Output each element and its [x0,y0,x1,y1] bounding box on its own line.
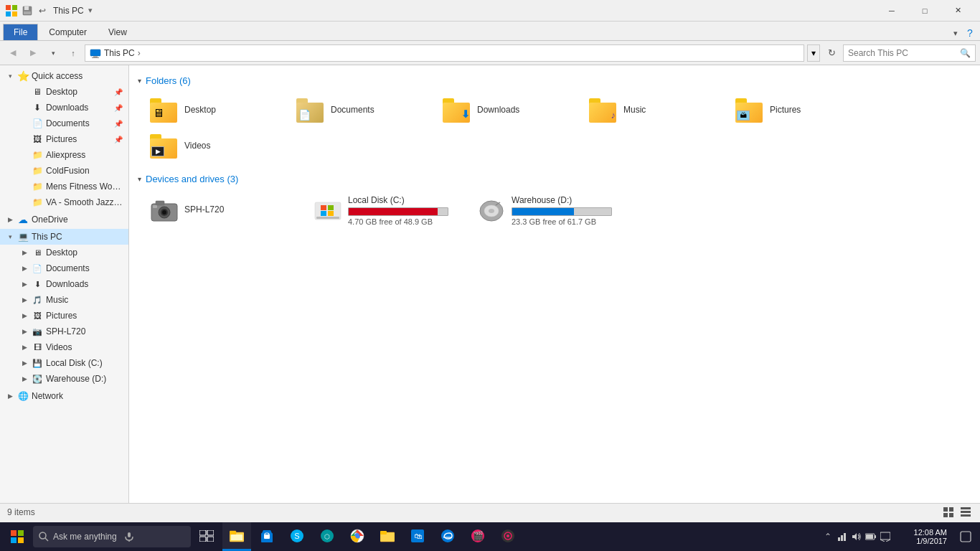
folders-section-header[interactable]: ▾ Folders (6) [138,75,971,86]
sidebar-pc-music[interactable]: ▶ 🎵 Music [0,292,128,308]
minimize-button[interactable]: ─ [875,0,908,22]
taskbar-store[interactable] [253,522,281,551]
window-icon [6,5,17,17]
sidebar-pc-local-disk[interactable]: ▶ 💾 Local Disk (C:) [0,355,128,371]
tab-view[interactable]: View [98,24,138,40]
sidebar-item-mens-fitness[interactable]: 📁 Mens Fitness Workout P... [0,179,128,194]
folder-pictures[interactable]: 🏔 Pictures [730,93,874,126]
taskbar-edge[interactable] [433,522,462,551]
expand-music[interactable]: ▶ [20,296,29,304]
expand-desktop[interactable]: ▶ [20,248,29,257]
warehouse-drive-free: 23.3 GB free of 61.7 GB [512,217,625,226]
expand-pictures[interactable]: ▶ [20,311,29,320]
folder-videos[interactable]: ▶ Videos [145,129,288,162]
sidebar-item-desktop[interactable]: 🖥 Desktop 📌 [0,84,128,100]
maximize-button[interactable]: □ [908,0,941,22]
local-disk-bar-fill [349,208,438,215]
sidebar-pc-desktop[interactable]: ▶ 🖥 Desktop [0,245,128,260]
drive-local-disk[interactable]: Local Disk (C:) 4.70 GB free of 48.9 GB [308,192,466,230]
sidebar-item-smooth-jazz[interactable]: 📁 VA - Smooth Jazz Chill L... [0,194,128,210]
sidebar-section-onedrive: ▶ ☁ OneDrive [0,212,128,227]
expand-warehouse[interactable]: ▶ [20,375,29,383]
search-input[interactable] [848,48,957,58]
drives-section-header[interactable]: ▾ Devices and drives (3) [138,174,971,184]
sidebar-pc-videos[interactable]: ▶ 🎞 Videos [0,339,128,355]
sidebar-pc-pictures[interactable]: ▶ 🖼 Pictures [0,308,128,324]
sidebar-network-header[interactable]: ▶ 🌐 Network [0,388,128,404]
svg-rect-70 [844,533,846,541]
tray-up-arrow[interactable]: ⌃ [822,531,834,542]
address-this-pc-label: This PC [104,48,135,58]
expand-local-disk[interactable]: ▶ [20,359,29,367]
taskbar-arduino[interactable]: ⬡ [313,522,341,551]
sidebar-pc-sph[interactable]: ▶ 📷 SPH-L720 [0,324,128,339]
refresh-button[interactable]: ↻ [823,44,840,62]
tray-volume-icon[interactable] [851,531,862,542]
folder-downloads[interactable]: ⬇ Downloads [438,93,581,126]
tray-action-center[interactable] [880,531,891,542]
folder-desktop[interactable]: 🖥 Desktop [145,93,288,126]
expand-docs[interactable]: ▶ [20,264,29,273]
taskbar-last-app[interactable] [494,522,522,551]
pc-sph-icon: 📷 [32,326,43,337]
taskbar-skype[interactable]: S [283,522,311,551]
help-button[interactable]: ? [963,26,977,40]
onedrive-icon: ☁ [17,214,29,225]
title-bar-dropdown[interactable]: ▾ [88,6,93,15]
drive-sph[interactable]: SPH-L720 [145,192,303,230]
nav-dropdown[interactable]: ▾ [44,44,62,62]
folder-icon-mf: 📁 [32,181,43,192]
drive-warehouse[interactable]: Warehouse (D:) 23.3 GB free of 61.7 GB [472,192,630,230]
folder-documents[interactable]: 📄 Documents [291,93,435,126]
main-layout: ▾ ⭐ Quick access 🖥 Desktop 📌 ⬇ Downloads… [0,65,980,503]
view-details-btn[interactable] [958,505,973,519]
undo-icon[interactable]: ↩ [37,5,49,17]
forward-button[interactable]: ▶ [24,44,42,62]
taskbar-movie[interactable]: 🎬 [463,522,492,551]
start-button[interactable] [3,522,32,551]
sidebar-pictures-label: Pictures [46,134,111,144]
folder-music[interactable]: ♪ Music [584,93,727,126]
up-button[interactable]: ↑ [65,44,82,62]
tab-file[interactable]: File [3,24,38,40]
search-box[interactable]: 🔍 [843,44,976,62]
sidebar-item-coldfusion[interactable]: 📁 ColdFusion [0,163,128,179]
back-button[interactable]: ◀ [4,44,22,62]
sidebar-onedrive-header[interactable]: ▶ ☁ OneDrive [0,212,128,227]
taskbar-clock[interactable]: 12:08 AM 1/9/2017 [895,528,953,545]
address-dropdown-btn[interactable]: ▾ [807,44,820,62]
expand-sph[interactable]: ▶ [20,327,29,336]
tray-network-icon[interactable] [837,531,848,542]
sidebar-item-pictures[interactable]: 🖼 Pictures 📌 [0,131,128,147]
tab-computer[interactable]: Computer [38,24,98,40]
expand-videos[interactable]: ▶ [20,343,29,352]
ribbon-expand-btn[interactable]: ▾ [948,26,963,40]
desktop-icon: 🖥 [32,86,43,98]
taskbar-task-view[interactable] [192,522,221,551]
sidebar-pc-downloads[interactable]: ▶ ⬇ Downloads [0,276,128,292]
sidebar-pc-documents[interactable]: ▶ 📄 Documents [0,260,128,276]
warehouse-drive-info: Warehouse (D:) 23.3 GB free of 61.7 GB [512,195,625,226]
sidebar-pc-warehouse[interactable]: ▶ 💽 Warehouse (D:) [0,371,128,387]
quick-access-label: Quick access [32,71,123,81]
address-path[interactable]: This PC › [85,44,804,62]
folders-header-label: Folders (6) [146,75,191,86]
sidebar-item-downloads[interactable]: ⬇ Downloads 📌 [0,100,128,116]
sidebar-quick-access-header[interactable]: ▾ ⭐ Quick access [0,68,128,84]
expand-downloads[interactable]: ▶ [20,280,29,288]
sidebar-item-documents[interactable]: 📄 Documents 📌 [0,116,128,131]
view-list-btn[interactable] [941,505,956,519]
taskbar-file-explorer[interactable] [222,522,251,551]
sph-drive-name: SPH-L720 [184,204,298,215]
expand-icon-net: ▶ [6,392,14,400]
sidebar-item-aliexpress[interactable]: 📁 Aliexpress [0,147,128,163]
svg-rect-42 [199,530,206,535]
notification-button[interactable] [954,522,977,551]
taskbar-search-bar[interactable]: Ask me anything [33,526,191,547]
sidebar-this-pc-header[interactable]: ▾ 💻 This PC [0,229,128,245]
taskbar-shopping[interactable]: 🛍 [403,522,432,551]
close-button[interactable]: ✕ [941,0,974,22]
taskbar-chrome[interactable] [343,522,372,551]
taskbar-file-manager[interactable] [373,522,402,551]
tray-battery-icon[interactable] [865,531,877,542]
